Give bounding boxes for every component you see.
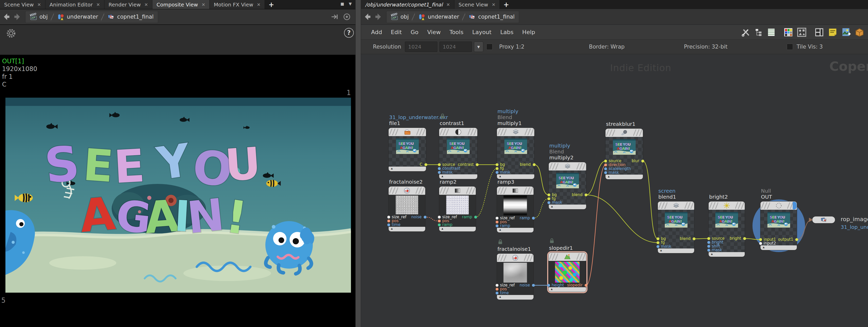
input-port-bg[interactable] bbox=[656, 237, 659, 240]
menu-help[interactable]: Help bbox=[518, 29, 539, 35]
pin-path-icon[interactable] bbox=[331, 13, 338, 21]
input-port-height[interactable] bbox=[547, 284, 550, 287]
tab-render-view[interactable]: Render View✕ bbox=[104, 0, 152, 9]
close-tab-icon[interactable]: ✕ bbox=[37, 2, 41, 7]
input-port-mask[interactable] bbox=[548, 201, 550, 204]
output-port-noise[interactable] bbox=[532, 284, 535, 287]
help-button[interactable]: ? bbox=[344, 28, 354, 38]
input-port-source[interactable] bbox=[707, 237, 710, 240]
output-port-C[interactable] bbox=[425, 163, 427, 166]
resolution-lock-checkbox[interactable] bbox=[486, 44, 493, 50]
border-label[interactable]: Border: Wrap bbox=[589, 44, 625, 50]
asset-box-icon[interactable] bbox=[855, 27, 864, 37]
wire-OUT-to-rop_image1[interactable] bbox=[797, 220, 812, 240]
node-footer[interactable] bbox=[549, 205, 586, 209]
menu-edit[interactable]: Edit bbox=[386, 29, 406, 35]
resolution-preset-dropdown[interactable]: ▼ bbox=[474, 42, 483, 52]
input-port-bg[interactable] bbox=[496, 163, 498, 166]
input-port-direction[interactable] bbox=[604, 163, 607, 166]
network-graph[interactable]: Indie Edition Copernicus SEEYOU AGAIN! C… bbox=[361, 54, 868, 327]
back-button[interactable] bbox=[2, 12, 11, 21]
close-tab-icon[interactable]: ✕ bbox=[96, 2, 100, 7]
wire-slopedir1-to-streakblur1[interactable] bbox=[586, 165, 606, 285]
output-port-ramp[interactable] bbox=[474, 216, 477, 219]
new-tab-button[interactable]: + bbox=[500, 0, 513, 9]
input-port-size_ref[interactable] bbox=[496, 284, 498, 287]
breadcrumb-segment-underwater[interactable]: underwater bbox=[416, 13, 461, 21]
sticky-notes-icon[interactable] bbox=[828, 27, 838, 37]
breadcrumb-segment-obj[interactable]: obj bbox=[389, 13, 410, 21]
wire-blend1-to-bright2[interactable] bbox=[694, 239, 709, 239]
follow-target-icon[interactable] bbox=[342, 12, 351, 21]
input-port-time[interactable] bbox=[496, 292, 498, 295]
display-flag[interactable] bbox=[793, 202, 797, 210]
node-footer[interactable] bbox=[549, 287, 586, 292]
node-rop_image1[interactable] bbox=[812, 216, 835, 223]
wire-multiply1-to-multiply2[interactable] bbox=[534, 165, 549, 195]
tile-vis-checkbox[interactable] bbox=[787, 44, 793, 50]
tab-animation-editor[interactable]: Animation Editor✕ bbox=[45, 0, 104, 9]
node-footer[interactable] bbox=[439, 174, 477, 179]
breadcrumb-segment-copnet1_final[interactable]: copnet1_final bbox=[467, 13, 516, 21]
node-footer[interactable] bbox=[761, 245, 797, 250]
close-tab-icon[interactable]: ✕ bbox=[446, 2, 450, 7]
input-port-source[interactable] bbox=[438, 163, 441, 166]
node-footer[interactable] bbox=[606, 174, 643, 179]
input-port-mask[interactable] bbox=[707, 249, 710, 252]
tree-view-icon[interactable] bbox=[754, 28, 763, 37]
node-footer[interactable] bbox=[439, 227, 476, 231]
input-port-mask[interactable] bbox=[438, 171, 441, 174]
composite-viewport[interactable]: OUT[1] 1920x1080 fr 1 C bbox=[0, 55, 355, 327]
pane-window-controls[interactable]: ■ ▼ bbox=[340, 2, 352, 6]
close-tab-icon[interactable]: ✕ bbox=[257, 2, 260, 7]
input-port-mask[interactable] bbox=[496, 171, 498, 174]
tab-scene-view[interactable]: Scene View✕ bbox=[0, 0, 45, 9]
menu-view[interactable]: View bbox=[423, 29, 445, 35]
breadcrumb-segment-underwater[interactable]: underwater bbox=[56, 13, 99, 21]
input-port-size_ref[interactable] bbox=[387, 216, 390, 219]
input-port-constrast[interactable] bbox=[438, 167, 441, 170]
input-port-pos[interactable] bbox=[438, 220, 441, 222]
input-port-mask[interactable] bbox=[656, 245, 659, 248]
wire-multiply2-to-blend1[interactable] bbox=[586, 195, 658, 243]
wire-fractalnoise2-to-ramp2[interactable] bbox=[425, 217, 439, 221]
resolution-y-field[interactable]: 1024 bbox=[439, 42, 472, 52]
input-port-source[interactable] bbox=[604, 160, 607, 162]
output-port-output1[interactable] bbox=[795, 238, 798, 241]
input-port-time[interactable] bbox=[387, 223, 390, 226]
input-port-scalelength[interactable] bbox=[604, 167, 607, 170]
list-view-icon[interactable] bbox=[767, 27, 776, 37]
node-footer[interactable] bbox=[497, 228, 533, 233]
wire-bright2-to-OUT[interactable] bbox=[745, 239, 761, 240]
input-port-ramp[interactable] bbox=[496, 224, 498, 227]
display-options-gear-icon[interactable] bbox=[5, 27, 17, 39]
breadcrumb-segment-obj[interactable]: obj bbox=[28, 13, 49, 21]
wire-streakblur1-to-blend1[interactable] bbox=[643, 161, 658, 239]
input-port-pos[interactable] bbox=[496, 288, 498, 291]
desktop-layout-icon[interactable] bbox=[814, 27, 824, 37]
input-port-size_ref[interactable] bbox=[496, 217, 498, 220]
tab-composite-view[interactable]: Composite View✕ bbox=[152, 0, 210, 9]
pane-divider[interactable] bbox=[355, 0, 361, 327]
back-button[interactable] bbox=[363, 12, 372, 21]
wire-ramp3-to-multiply2[interactable] bbox=[533, 199, 549, 218]
color-palette-icon[interactable] bbox=[783, 27, 793, 37]
output-port-ramp[interactable] bbox=[532, 217, 535, 220]
menu-labs[interactable]: Labs bbox=[496, 29, 518, 35]
menu-tools[interactable]: Tools bbox=[445, 29, 468, 35]
input-port-fg[interactable] bbox=[496, 167, 498, 170]
shapes-panel-icon[interactable] bbox=[797, 27, 807, 37]
output-port-blend[interactable] bbox=[533, 163, 536, 166]
output-port-bright[interactable] bbox=[743, 237, 746, 240]
input-port-pos[interactable] bbox=[496, 221, 498, 223]
input-port-fg[interactable] bbox=[548, 197, 550, 200]
close-tab-icon[interactable]: ✕ bbox=[492, 2, 495, 7]
wire-multiply2-to-streakblur1[interactable] bbox=[586, 161, 606, 195]
close-tab-icon[interactable]: ✕ bbox=[145, 2, 148, 7]
tools-icon[interactable] bbox=[741, 28, 751, 37]
output-port-blur[interactable] bbox=[641, 160, 644, 162]
close-tab-icon[interactable]: ✕ bbox=[202, 2, 205, 7]
input-port-pos[interactable] bbox=[387, 220, 390, 222]
forward-button[interactable] bbox=[374, 12, 383, 21]
input-port-input1[interactable] bbox=[759, 238, 762, 241]
